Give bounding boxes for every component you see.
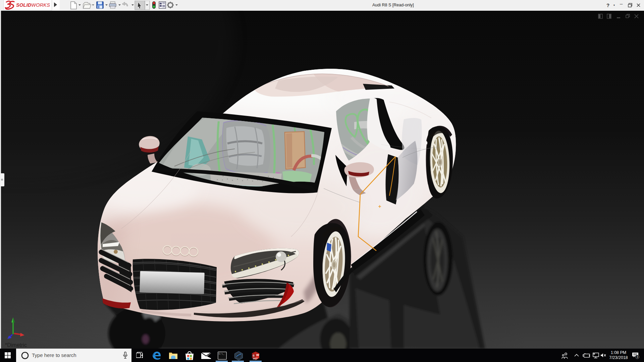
svg-text:2017: 2017 xyxy=(253,357,258,360)
svg-text:W: W xyxy=(256,353,259,357)
svg-text:C:\_: C:\_ xyxy=(219,353,225,355)
svg-text:S: S xyxy=(253,354,255,357)
svg-text:3: 3 xyxy=(637,355,638,359)
